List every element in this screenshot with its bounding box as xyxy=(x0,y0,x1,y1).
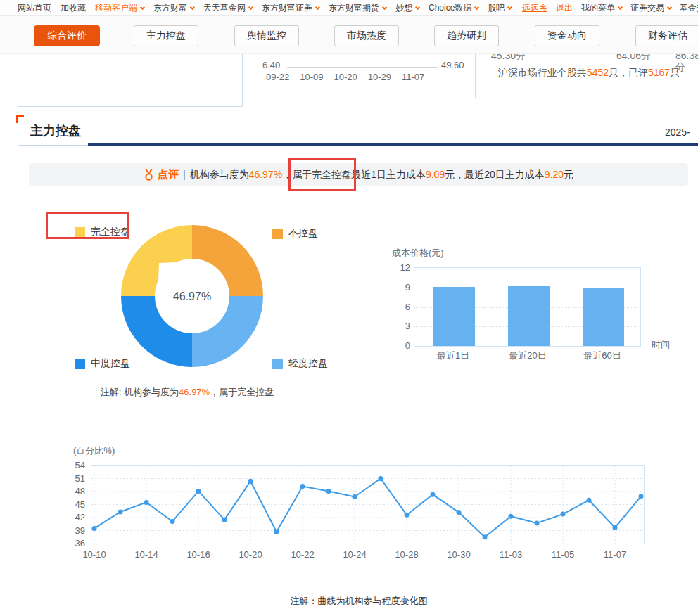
chevron-down-icon xyxy=(140,4,145,9)
rating-summary-segment: 只 xyxy=(670,67,680,78)
mini-chart-dates: 09-2210-0910-2010-2911-07 xyxy=(266,72,424,82)
tab-row: 综合评价主力控盘舆情监控市场热度趋势研判资金动向财务评估 xyxy=(0,16,698,54)
legend-item-2[interactable]: 不控盘 xyxy=(272,228,318,239)
section-corner-icon xyxy=(16,115,24,123)
topnav-item-label: 基金交 xyxy=(680,2,698,14)
line-point xyxy=(613,525,618,530)
tab-button[interactable]: 综合评价 xyxy=(34,25,100,46)
donut-center-label: 46.97% xyxy=(173,290,211,302)
topnav-item[interactable]: 股吧 xyxy=(488,2,512,14)
chevron-down-icon xyxy=(248,4,253,9)
topnav-item[interactable]: 我的菜单 xyxy=(581,2,622,14)
range-high-value: 49.60 xyxy=(441,60,464,70)
topnav-item[interactable]: 证券交易 xyxy=(630,2,671,14)
chevron-down-icon xyxy=(382,4,387,9)
annotation-box xyxy=(288,158,356,191)
topnav: 网站首页加收藏移动客户端东方财富天天基金网东方财富证券东方财富期货妙想Choic… xyxy=(0,0,698,16)
range-low-value: 6.40 xyxy=(262,60,280,70)
chevron-down-icon xyxy=(507,4,512,9)
line-point xyxy=(196,489,201,494)
topnav-item-label: 远远乡 xyxy=(522,2,547,14)
legend-item-4[interactable]: 轻度控盘 xyxy=(272,358,328,369)
comment-segment: 元 xyxy=(564,163,573,186)
tab-button[interactable]: 资金动向 xyxy=(535,25,599,46)
comment-label: 点评 xyxy=(158,163,179,186)
comment-segment: 9.09 xyxy=(426,163,445,186)
line-point xyxy=(274,530,279,534)
topnav-item[interactable]: 加收藏 xyxy=(61,2,86,14)
mini-chart-date: 10-29 xyxy=(368,72,391,82)
mini-chart-date: 10-20 xyxy=(334,72,357,82)
medal-icon xyxy=(144,169,154,181)
line-point xyxy=(222,518,227,522)
bar-xtick-label: 最近20日 xyxy=(496,349,559,362)
legend-label: 不控盘 xyxy=(288,227,318,240)
topnav-item[interactable]: 移动客户端 xyxy=(95,2,144,14)
topnav-item[interactable]: 远远乡 xyxy=(522,2,547,14)
panel-vertical-divider xyxy=(369,217,369,409)
topnav-item-label: 股吧 xyxy=(488,2,505,14)
line-ytick-label: 39 xyxy=(57,525,85,536)
chevron-down-icon xyxy=(618,4,623,9)
tab-button[interactable]: 主力控盘 xyxy=(134,25,198,46)
page: { "topnav": { "left_items": [ {"label": … xyxy=(0,0,698,616)
bar xyxy=(583,288,624,346)
line-ytick-label: 42 xyxy=(57,512,85,522)
line-xtick-label: 10-28 xyxy=(386,549,428,560)
bar-xtick-label: 最近60日 xyxy=(571,349,634,362)
mini-chart-date: 11-07 xyxy=(402,72,424,82)
comment-segment: ， xyxy=(282,163,292,186)
comment-bar: 点评 | 机构参与度为46.97%，属于完全控盘最近1日主力成本9.09元，最近… xyxy=(29,163,688,186)
line-xtick-label: 10-16 xyxy=(177,549,220,560)
line-point xyxy=(144,500,149,505)
chevron-down-icon xyxy=(415,4,420,9)
topnav-item[interactable]: 妙想 xyxy=(395,2,419,14)
line-ytick-label: 45 xyxy=(57,499,85,510)
rating-summary-segment: 5167 xyxy=(648,67,670,78)
line-xtick-label: 11-07 xyxy=(594,549,636,560)
line-xtick-label: 10-22 xyxy=(281,549,324,560)
topnav-item[interactable]: 东方财富证券 xyxy=(262,2,319,14)
comment-segment: 机构参与度为 xyxy=(190,163,249,186)
tab-button[interactable]: 财务评估 xyxy=(635,25,698,46)
comment-segment: 46.97% xyxy=(249,163,282,186)
line-chart-note: 注解：曲线为机构参与程度变化图 xyxy=(18,595,698,608)
line-path xyxy=(94,479,641,537)
topnav-item[interactable]: 基金交 xyxy=(680,2,698,14)
tab-button[interactable]: 舆情监控 xyxy=(234,25,299,46)
line-xtick-label: 11-05 xyxy=(542,549,584,560)
mini-chart-date: 09-22 xyxy=(266,72,289,82)
line-ytick-label: 48 xyxy=(57,486,85,496)
mini-chart-date: 10-09 xyxy=(300,72,323,82)
bar-xtick-label: 最近1日 xyxy=(421,349,485,362)
tab-button[interactable]: 趋势研判 xyxy=(434,25,499,46)
line-point xyxy=(483,534,488,539)
chevron-down-icon xyxy=(315,4,320,9)
comment-segment: 9.20 xyxy=(545,163,564,186)
topnav-item[interactable]: 天天基金网 xyxy=(203,2,253,14)
donut-note-segment: 46.97% xyxy=(179,387,210,397)
line-point xyxy=(170,519,175,524)
line-xtick-label: 10-10 xyxy=(73,549,115,560)
legend-swatch xyxy=(272,359,283,369)
topnav-item[interactable]: 东方财富期货 xyxy=(329,2,386,14)
line-series xyxy=(91,466,644,544)
bar-chart-title: 成本价格(元) xyxy=(392,247,444,259)
topnav-item[interactable]: 退出 xyxy=(556,2,573,14)
section-title: 主力控盘 xyxy=(30,122,81,139)
line-point xyxy=(561,512,566,517)
line-point xyxy=(92,526,97,531)
bar-ytick-label: 0 xyxy=(382,340,410,351)
line-point xyxy=(405,513,410,518)
tab-button[interactable]: 市场热度 xyxy=(334,25,399,46)
bar-ytick-label: 12 xyxy=(382,262,410,273)
topnav-item[interactable]: 网站首页 xyxy=(18,2,51,14)
rating-summary: 沪深市场行业个股共5452只，已评5167只 xyxy=(483,67,694,79)
rating-summary-segment: 只，已评 xyxy=(609,67,648,78)
comment-segment: 属于完全控盘 xyxy=(292,163,351,186)
topnav-item[interactable]: 东方财富 xyxy=(153,2,194,14)
topnav-item[interactable]: Choice数据 xyxy=(429,2,478,14)
line-xtick-label: 10-14 xyxy=(125,549,167,560)
line-chart-plot xyxy=(91,465,645,544)
topnav-item-label: 加收藏 xyxy=(61,2,86,14)
